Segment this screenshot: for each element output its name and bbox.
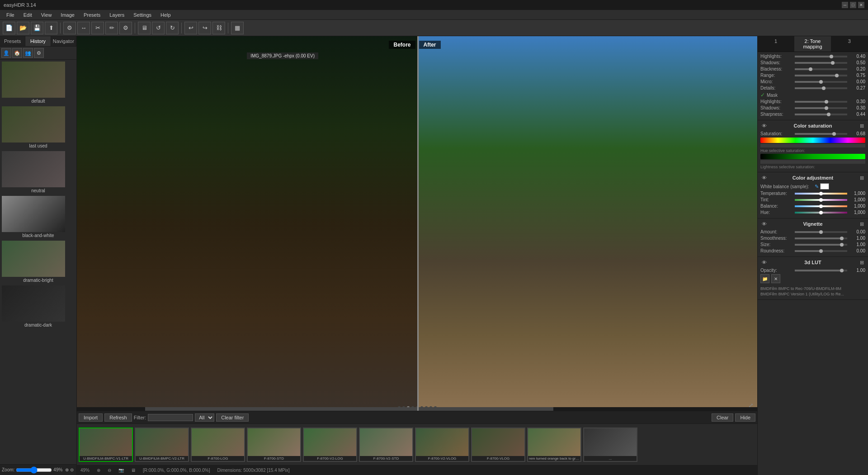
tab-navigator[interactable]: Navigator bbox=[51, 36, 76, 46]
tint-slider[interactable] bbox=[795, 199, 847, 201]
hue-slider[interactable] bbox=[795, 212, 847, 214]
merge-btn[interactable]: ⛓ bbox=[212, 22, 225, 34]
film-thumb-2[interactable]: F-8700-LOG bbox=[191, 428, 245, 462]
layers-btn[interactable]: ▦ bbox=[231, 22, 244, 34]
saturation-slider[interactable] bbox=[795, 133, 847, 135]
maximize-btn[interactable]: □ bbox=[850, 2, 856, 8]
hue-selective-slider-area[interactable] bbox=[760, 144, 865, 147]
lut-item-1[interactable]: BMDFilm 8MPC Version 1 (Utility/LOG to R… bbox=[760, 291, 865, 297]
preset-dramatic-bright[interactable]: dramatic-bright bbox=[2, 241, 75, 283]
preset-neutral[interactable]: neutral bbox=[2, 151, 75, 193]
range-slider[interactable] bbox=[795, 75, 847, 76]
undo-btn[interactable]: ↩ bbox=[184, 22, 197, 34]
details-slider[interactable] bbox=[795, 87, 847, 89]
sharpness-slider[interactable] bbox=[795, 114, 847, 115]
amount-slider[interactable] bbox=[795, 231, 847, 233]
right-tab-2[interactable]: 2: Tone mapping bbox=[794, 36, 831, 52]
vignette-eye[interactable]: 👁 bbox=[760, 220, 768, 228]
zoom-slider[interactable] bbox=[16, 466, 52, 474]
export-btn[interactable]: ⬆ bbox=[45, 22, 57, 34]
lut-eye[interactable]: 👁 bbox=[760, 259, 768, 266]
lightness-selective-slider-area[interactable] bbox=[760, 160, 865, 164]
new-btn[interactable]: 📄 bbox=[3, 22, 15, 34]
crop-btn[interactable]: ✂ bbox=[91, 22, 104, 34]
film-thumb-8[interactable]: rem turned orange back to gre... bbox=[527, 428, 581, 462]
clear-filter-btn[interactable]: Clear filter bbox=[216, 413, 249, 422]
close-btn[interactable]: ✕ bbox=[858, 2, 864, 8]
film-thumb-5[interactable]: F-8700-V2-STD bbox=[359, 428, 413, 462]
before-after-divider[interactable] bbox=[417, 36, 419, 411]
color-adjustment-eye[interactable]: 👁 bbox=[760, 174, 768, 181]
preset-last-used[interactable]: last used bbox=[2, 106, 75, 148]
import-btn[interactable]: Import bbox=[79, 413, 103, 422]
filter-input[interactable] bbox=[148, 414, 193, 421]
tab-presets[interactable]: Presets bbox=[0, 36, 25, 46]
mask-shadows-slider[interactable] bbox=[795, 107, 847, 109]
batch-btn[interactable]: ⚙ bbox=[63, 22, 76, 34]
highlights-slider[interactable] bbox=[795, 56, 847, 57]
menu-presets[interactable]: Presets bbox=[79, 11, 105, 19]
rotate-right-btn[interactable]: ↻ bbox=[166, 22, 179, 34]
mask-highlights-slider[interactable] bbox=[795, 101, 847, 103]
menu-file[interactable]: File bbox=[2, 11, 19, 19]
color-saturation-eye[interactable]: 👁 bbox=[760, 122, 768, 129]
right-tab-1[interactable]: 1 bbox=[758, 36, 794, 52]
film-thumb-1[interactable]: U-BMDFILM-BMPC-V2-LTR bbox=[135, 428, 189, 462]
film-thumb-0[interactable]: U-BMDFILM-BMPC-V1-LTR bbox=[79, 428, 133, 462]
paint-btn[interactable]: ✏ bbox=[105, 22, 118, 34]
color-adjustment-expand[interactable]: ⊞ bbox=[858, 174, 865, 181]
menu-settings[interactable]: Settings bbox=[129, 11, 156, 19]
tab-history[interactable]: History bbox=[25, 36, 51, 46]
micro-slider[interactable] bbox=[795, 81, 847, 83]
minimize-btn[interactable]: ─ bbox=[842, 2, 848, 8]
refresh-btn[interactable]: Refresh bbox=[104, 413, 132, 422]
vignette-expand[interactable]: ⊞ bbox=[858, 220, 865, 228]
balance-slider[interactable] bbox=[795, 205, 847, 207]
menu-image[interactable]: Image bbox=[56, 11, 79, 19]
film-thumb-3[interactable]: F-8700-STD bbox=[247, 428, 301, 462]
lut-folder-btn[interactable]: 📁 bbox=[760, 274, 769, 283]
align-btn[interactable]: ↔ bbox=[77, 22, 90, 34]
save-btn[interactable]: 💾 bbox=[31, 22, 43, 34]
wb-color-picker[interactable] bbox=[820, 183, 829, 190]
person-btn[interactable]: 👤 bbox=[1, 48, 11, 58]
film-thumb-4[interactable]: F-8700-V2-LOG bbox=[303, 428, 357, 462]
menu-layers[interactable]: Layers bbox=[105, 11, 129, 19]
rotate-left-btn[interactable]: ↺ bbox=[152, 22, 165, 34]
gear-btn[interactable]: ⚙ bbox=[119, 22, 132, 34]
hide-btn[interactable]: Hide bbox=[735, 413, 755, 422]
preset-bw[interactable]: black-and-white bbox=[2, 196, 75, 238]
roundness-slider[interactable] bbox=[795, 250, 847, 252]
home-btn[interactable]: 🏠 bbox=[12, 48, 22, 58]
status-zoom-fit[interactable]: ⊕ bbox=[97, 468, 100, 473]
zoom-out-btn[interactable]: ⊖ bbox=[70, 467, 74, 472]
clear-btn[interactable]: Clear bbox=[712, 413, 733, 422]
wb-eyedropper[interactable]: ✎ bbox=[815, 184, 819, 190]
preset-default[interactable]: default bbox=[2, 62, 75, 104]
filter-all-select[interactable]: All bbox=[195, 413, 214, 422]
lut-delete-btn[interactable]: ✕ bbox=[771, 274, 780, 283]
redo-btn[interactable]: ↪ bbox=[198, 22, 211, 34]
lut-opacity-slider[interactable] bbox=[795, 270, 847, 271]
status-zoom-out[interactable]: ⊖ bbox=[108, 468, 111, 473]
display-btn[interactable]: 🖥 bbox=[138, 22, 151, 34]
temperature-slider[interactable] bbox=[795, 193, 847, 195]
color-saturation-expand[interactable]: ⊞ bbox=[858, 122, 865, 129]
menu-view[interactable]: View bbox=[37, 11, 57, 19]
person2-btn[interactable]: 👥 bbox=[23, 48, 33, 58]
menu-help[interactable]: Help bbox=[156, 11, 175, 19]
preset-dramatic-dark[interactable]: dramatic-dark bbox=[2, 285, 75, 328]
blackness-slider[interactable] bbox=[795, 68, 847, 70]
lut-item-0[interactable]: BMDFilm 8MPC to Rec-709/U-BMDFILM-8M bbox=[760, 286, 865, 291]
film-thumb-6[interactable]: F-8700-V2-VLOG bbox=[415, 428, 469, 462]
film-thumb-9[interactable]: ... bbox=[583, 428, 637, 462]
size-slider[interactable] bbox=[795, 244, 847, 246]
zoom-fit-btn[interactable]: ⊕ bbox=[65, 467, 69, 472]
right-tab-3[interactable]: 3 bbox=[831, 36, 868, 52]
smoothness-slider[interactable] bbox=[795, 238, 847, 239]
shadows-slider[interactable] bbox=[795, 62, 847, 64]
menu-edit[interactable]: Edit bbox=[19, 11, 37, 19]
lut-expand[interactable]: ⊞ bbox=[858, 259, 865, 266]
open-btn[interactable]: 📂 bbox=[17, 22, 29, 34]
settings-left-btn[interactable]: ⚙ bbox=[34, 48, 44, 58]
